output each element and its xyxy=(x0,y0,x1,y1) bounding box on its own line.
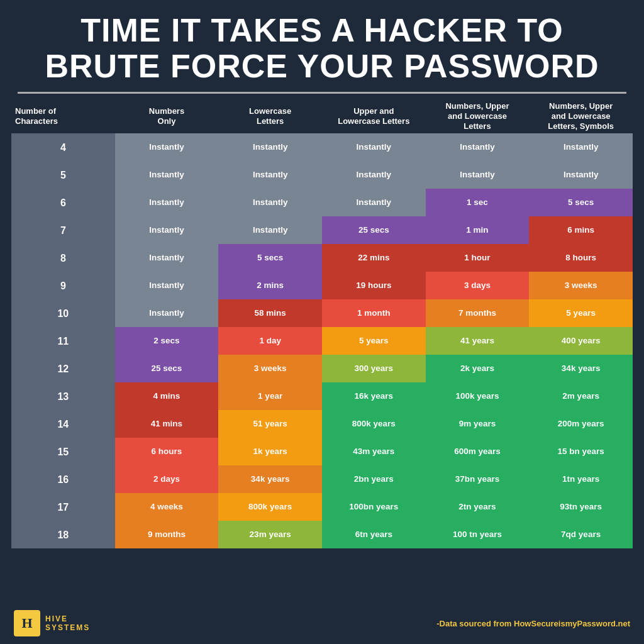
cell-r10-c1: 51 years xyxy=(218,410,322,438)
cell-r5-c0: Instantly xyxy=(115,272,219,299)
cell-r0-c0: Instantly xyxy=(115,133,219,161)
cell-r8-c1: 3 weeks xyxy=(218,355,322,382)
page-container: TIME IT TAKES A HACKER TO BRUTE FORCE YO… xyxy=(0,0,644,644)
cell-r13-c4: 93tn years xyxy=(529,493,633,521)
cell-r8-c0: 25 secs xyxy=(115,355,219,382)
cell-r0-c4: Instantly xyxy=(529,133,633,161)
cell-r3-c3: 1 min xyxy=(426,216,530,244)
table-row: 6InstantlyInstantlyInstantly1 sec5 secs xyxy=(11,189,633,216)
cell-r1-c3: Instantly xyxy=(426,161,530,189)
col-header-num-upper-lower: Numbers, Upperand LowercaseLetters xyxy=(426,100,530,133)
cell-r10-c0: 41 mins xyxy=(115,410,219,438)
chars-cell: 13 xyxy=(11,382,115,410)
divider xyxy=(18,92,626,94)
svg-text:H: H xyxy=(21,615,32,631)
cell-r12-c3: 37bn years xyxy=(426,465,530,493)
table-row: 189 months23m years6tn years100 tn years… xyxy=(11,521,633,548)
table-row: 9Instantly2 mins19 hours3 days3 weeks xyxy=(11,272,633,299)
cell-r5-c4: 3 weeks xyxy=(529,272,633,299)
cell-r0-c1: Instantly xyxy=(218,133,322,161)
chars-cell: 16 xyxy=(11,465,115,493)
cell-r1-c2: Instantly xyxy=(322,161,426,189)
chars-cell: 5 xyxy=(11,161,115,189)
cell-r8-c3: 2k years xyxy=(426,355,530,382)
table-row: 8Instantly5 secs22 mins1 hour8 hours xyxy=(11,244,633,272)
cell-r4-c3: 1 hour xyxy=(426,244,530,272)
cell-r12-c0: 2 days xyxy=(115,465,219,493)
source-text: -Data sourced from HowSecureismyPassword… xyxy=(436,619,630,628)
table-row: 134 mins1 year16k years100k years2m year… xyxy=(11,382,633,410)
cell-r6-c4: 5 years xyxy=(529,299,633,327)
cell-r4-c2: 22 mins xyxy=(322,244,426,272)
cell-r6-c1: 58 mins xyxy=(218,299,322,327)
cell-r14-c1: 23m years xyxy=(218,521,322,548)
cell-r9-c0: 4 mins xyxy=(115,382,219,410)
cell-r9-c1: 1 year xyxy=(218,382,322,410)
table-row: 5InstantlyInstantlyInstantlyInstantlyIns… xyxy=(11,161,633,189)
chars-cell: 9 xyxy=(11,272,115,299)
cell-r0-c3: Instantly xyxy=(426,133,530,161)
cell-r2-c0: Instantly xyxy=(115,189,219,216)
cell-r6-c3: 7 months xyxy=(426,299,530,327)
col-header-lowercase: LowercaseLetters xyxy=(218,100,322,133)
logo: H HIVESYSTEMS xyxy=(14,610,90,636)
cell-r4-c1: 5 secs xyxy=(218,244,322,272)
cell-r8-c2: 300 years xyxy=(322,355,426,382)
table-row: 156 hours1k years43m years600m years15 b… xyxy=(11,438,633,465)
cell-r11-c2: 43m years xyxy=(322,438,426,465)
table-row: 174 weeks800k years100bn years2tn years9… xyxy=(11,493,633,521)
cell-r7-c1: 1 day xyxy=(218,327,322,355)
cell-r11-c0: 6 hours xyxy=(115,438,219,465)
col-header-chars: Number ofCharacters xyxy=(11,100,115,133)
cell-r11-c4: 15 bn years xyxy=(529,438,633,465)
cell-r3-c1: Instantly xyxy=(218,216,322,244)
cell-r11-c1: 1k years xyxy=(218,438,322,465)
cell-r3-c4: 6 mins xyxy=(529,216,633,244)
cell-r10-c2: 800k years xyxy=(322,410,426,438)
cell-r11-c3: 600m years xyxy=(426,438,530,465)
cell-r3-c2: 25 secs xyxy=(322,216,426,244)
table-row: 1225 secs3 weeks300 years2k years34k yea… xyxy=(11,355,633,382)
table-row: 162 days34k years2bn years37bn years1tn … xyxy=(11,465,633,493)
col-header-numbers: NumbersOnly xyxy=(115,100,219,133)
cell-r13-c3: 2tn years xyxy=(426,493,530,521)
cell-r14-c3: 100 tn years xyxy=(426,521,530,548)
chars-cell: 15 xyxy=(11,438,115,465)
cell-r2-c1: Instantly xyxy=(218,189,322,216)
chars-cell: 4 xyxy=(11,133,115,161)
cell-r8-c4: 34k years xyxy=(529,355,633,382)
cell-r12-c2: 2bn years xyxy=(322,465,426,493)
cell-r13-c0: 4 weeks xyxy=(115,493,219,521)
cell-r5-c1: 2 mins xyxy=(218,272,322,299)
col-header-upper-lower: Upper andLowercase Letters xyxy=(322,100,426,133)
cell-r7-c4: 400 years xyxy=(529,327,633,355)
table-wrapper: Number ofCharacters NumbersOnly Lowercas… xyxy=(11,100,633,606)
cell-r13-c2: 100bn years xyxy=(322,493,426,521)
cell-r10-c4: 200m years xyxy=(529,410,633,438)
cell-r0-c2: Instantly xyxy=(322,133,426,161)
chars-cell: 8 xyxy=(11,244,115,272)
cell-r2-c4: 5 secs xyxy=(529,189,633,216)
cell-r9-c3: 100k years xyxy=(426,382,530,410)
cell-r9-c4: 2m years xyxy=(529,382,633,410)
cell-r6-c0: Instantly xyxy=(115,299,219,327)
cell-r1-c4: Instantly xyxy=(529,161,633,189)
cell-r12-c4: 1tn years xyxy=(529,465,633,493)
cell-r3-c0: Instantly xyxy=(115,216,219,244)
cell-r12-c1: 34k years xyxy=(218,465,322,493)
cell-r10-c3: 9m years xyxy=(426,410,530,438)
logo-text: HIVESYSTEMS xyxy=(45,614,90,633)
cell-r13-c1: 800k years xyxy=(218,493,322,521)
cell-r5-c2: 19 hours xyxy=(322,272,426,299)
table-row: 1441 mins51 years800k years9m years200m … xyxy=(11,410,633,438)
table-row: 7InstantlyInstantly25 secs1 min6 mins xyxy=(11,216,633,244)
page-title: TIME IT TAKES A HACKER TO BRUTE FORCE YO… xyxy=(11,13,633,84)
cell-r1-c1: Instantly xyxy=(218,161,322,189)
chars-cell: 7 xyxy=(11,216,115,244)
cell-r2-c3: 1 sec xyxy=(426,189,530,216)
cell-r1-c0: Instantly xyxy=(115,161,219,189)
chars-cell: 12 xyxy=(11,355,115,382)
chars-cell: 6 xyxy=(11,189,115,216)
table-row: 112 secs1 day5 years41 years400 years xyxy=(11,327,633,355)
cell-r14-c0: 9 months xyxy=(115,521,219,548)
